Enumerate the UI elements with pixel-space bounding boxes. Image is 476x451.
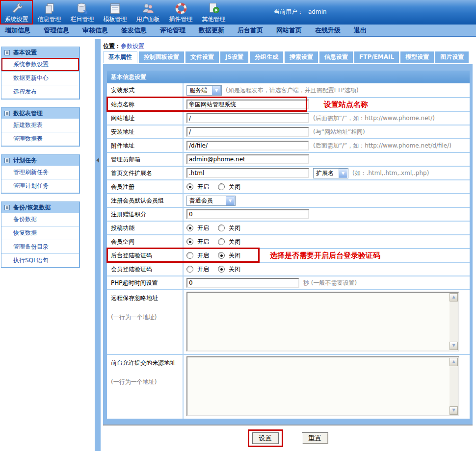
field-label: 前台允许提交的来源地址	[111, 359, 176, 367]
site-url-input[interactable]	[186, 113, 309, 123]
field-hint: (如是远程发布，请选客户端，并且需配置FTP选项)	[226, 86, 359, 95]
chevron-down-icon: ▼	[212, 86, 221, 95]
menu-item-manage-info[interactable]: 管理信息	[44, 26, 69, 35]
scrollbar[interactable]: ▲ ▼	[450, 358, 458, 415]
tab-control-panel[interactable]: 控制面板设置	[139, 51, 184, 63]
menu-item-add-info[interactable]: 增加信息	[5, 26, 30, 35]
contribute-on-radio[interactable]	[186, 225, 193, 231]
sidebar-item-refresh-tasks[interactable]: 管理刷新任务	[1, 166, 79, 179]
menu-item-admin-home[interactable]: 后台首页	[238, 26, 263, 35]
contribute-off-radio[interactable]	[218, 225, 225, 231]
tab-basic-attrs[interactable]: 基本属性	[103, 51, 137, 63]
toolbar-item-template-manage[interactable]: 模板管理	[99, 0, 132, 25]
scrollbar[interactable]: ▲ ▼	[450, 293, 458, 350]
install-url-input[interactable]	[186, 127, 309, 137]
form-row-default-group: 注册会员默认会员组 普通会员 ▼	[107, 193, 470, 207]
menu-item-review-info[interactable]: 审核信息	[82, 26, 108, 35]
tab-info-settings[interactable]: 信息设置	[319, 51, 353, 63]
current-user-name: admin	[308, 8, 327, 15]
sidebar-item-backup-data[interactable]: 备份数据	[1, 213, 79, 226]
default-group-select[interactable]: 普通会员 ▼	[186, 196, 236, 206]
member-captcha-off-radio[interactable]	[218, 266, 225, 273]
member-space-off-radio[interactable]	[218, 238, 225, 245]
member-reg-off-radio[interactable]	[218, 183, 225, 190]
scroll-up-icon[interactable]: ▲	[450, 358, 458, 366]
admin-email-input[interactable]	[186, 154, 309, 164]
form-row-contribute: 投稿功能 开启 关闭	[107, 221, 470, 234]
ext-name-select[interactable]: 扩展名 ▼	[313, 168, 348, 178]
front-submit-textarea[interactable]: ▲ ▼	[186, 356, 459, 416]
form-row-install-type: 安装形式 服务端 ▼ (如是远程发布，请选客户端，并且需配置FTP选项)	[107, 83, 470, 97]
sidebar-item-data-update-center[interactable]: 数据更新中心	[1, 71, 79, 85]
breadcrumb-prefix: 位置：	[103, 43, 121, 50]
scroll-up-icon[interactable]: ▲	[450, 293, 458, 301]
tab-js-settings[interactable]: JS设置	[220, 51, 248, 63]
admin-captcha-on-radio[interactable]	[186, 252, 193, 259]
reset-button[interactable]: 重置	[302, 432, 328, 444]
sidebar-item-new-table[interactable]: 新建数据表	[1, 119, 79, 132]
menu-item-comment-manage[interactable]: 评论管理	[160, 26, 185, 35]
lifering-icon	[174, 1, 188, 16]
tab-image-settings[interactable]: 图片设置	[435, 51, 469, 63]
toolbar-item-label: 其他管理	[202, 16, 226, 23]
menu-bar: 增加信息 管理信息 审核信息 签发信息 评论管理 数据更新 后台首页 网站首页 …	[0, 25, 476, 37]
member-reg-on-radio[interactable]	[186, 183, 193, 190]
collapse-arrow-icon[interactable]	[96, 158, 99, 163]
index-ext-input[interactable]	[186, 168, 309, 178]
php-timeout-input[interactable]	[186, 278, 299, 288]
toolbar-item-label: 插件管理	[169, 16, 193, 23]
attach-url-input[interactable]	[186, 141, 309, 150]
sidebar-item-plan-tasks[interactable]: 管理计划任务	[1, 179, 79, 193]
toolbar-item-system-settings[interactable]: 系统设置	[0, 0, 33, 25]
install-type-select[interactable]: 服务端 ▼	[186, 85, 222, 96]
field-label: PHP超时时间设置	[107, 276, 184, 289]
admin-captcha-off-radio[interactable]	[218, 252, 225, 259]
menu-item-logout[interactable]: 退出	[354, 26, 367, 35]
tab-file-settings[interactable]: 文件设置	[185, 51, 219, 63]
sidebar-item-system-params[interactable]: 系统参数设置	[1, 58, 79, 71]
tab-group-generate[interactable]: 分组生成	[250, 51, 283, 63]
users-icon	[141, 1, 156, 16]
menu-item-sign-info[interactable]: 签发信息	[121, 26, 147, 35]
member-space-on-radio[interactable]	[186, 238, 193, 245]
sidebar-panel-header[interactable]: 备份/恢复数据	[1, 202, 79, 213]
tab-search-settings[interactable]: 搜索设置	[285, 51, 318, 63]
sidebar-splitter[interactable]	[95, 39, 101, 451]
menu-item-data-update[interactable]: 数据更新	[199, 26, 224, 35]
tab-model-settings[interactable]: 模型设置	[400, 51, 434, 63]
sidebar-item-manage-table[interactable]: 管理数据表	[1, 132, 79, 146]
tab-ftp-email[interactable]: FTP/EMAIL	[354, 51, 399, 63]
field-label: 会员注册	[107, 180, 184, 193]
toolbar-item-other-manage[interactable]: 其他管理	[197, 0, 230, 25]
form-row-reg-points: 注册赠送积分	[107, 207, 470, 221]
wrench-icon	[9, 1, 24, 16]
sidebar-panel-header[interactable]: 数据表管理	[1, 108, 79, 119]
sidebar-item-manage-backup-dir[interactable]: 管理备份目录	[1, 240, 79, 253]
sidebar-item-remote-publish[interactable]: 远程发布	[1, 85, 79, 99]
form-row-site-url: 网站地址 (后面需加“/”，如：http://www.phome.net/)	[107, 111, 470, 125]
scroll-down-icon[interactable]: ▼	[450, 406, 458, 415]
sidebar-panel-header[interactable]: 计划任务	[1, 155, 79, 166]
menu-item-online-upgrade[interactable]: 在线升级	[315, 26, 341, 35]
field-label: 注册赠送积分	[107, 208, 184, 221]
pages-icon	[42, 1, 57, 16]
sidebar-item-execute-sql[interactable]: 执行SQL语句	[1, 253, 79, 267]
site-name-input[interactable]	[186, 100, 309, 109]
submit-button[interactable]: 设置	[252, 432, 279, 444]
toolbar-item-label: 系统设置	[5, 16, 28, 23]
collapse-box-icon	[4, 50, 10, 55]
toolbar-item-plugin-manage[interactable]: 插件管理	[164, 0, 197, 25]
sidebar-panel-title: 备份/恢复数据	[13, 203, 51, 212]
toolbar-item-column-manage[interactable]: 栏目管理	[66, 0, 99, 25]
reg-points-input[interactable]	[186, 209, 309, 219]
sidebar-item-restore-data[interactable]: 恢复数据	[1, 226, 79, 240]
sidebar-panel-header[interactable]: 基本设置	[1, 47, 79, 58]
field-label: 远程保存忽略地址	[111, 294, 158, 302]
remote-ignore-textarea[interactable]: ▲ ▼	[186, 292, 459, 351]
scroll-down-icon[interactable]: ▼	[450, 342, 458, 350]
toolbar-item-user-panel[interactable]: 用户面板	[132, 0, 164, 25]
menu-item-site-home[interactable]: 网站首页	[276, 26, 302, 35]
toolbar-item-info-manage[interactable]: 信息管理	[33, 0, 66, 25]
member-captcha-on-radio[interactable]	[186, 266, 193, 273]
breadcrumb-link-params[interactable]: 参数设置	[121, 43, 144, 50]
